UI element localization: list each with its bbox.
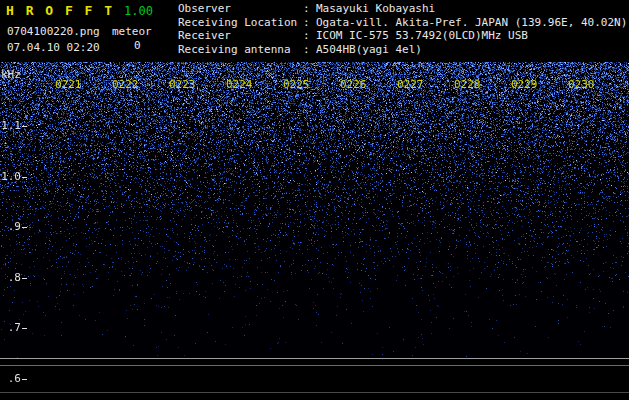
station-info-row: Observer:Masayuki Kobayashi [178, 2, 627, 16]
time-tick-label: 0229 [511, 78, 538, 91]
time-tick-label: 0226 [340, 78, 367, 91]
station-info-row: Receiving Location:Ogata-vill. Akita-Pre… [178, 16, 627, 30]
freq-tick-mark [22, 177, 27, 178]
meteor-counter-value: 0 [134, 39, 141, 52]
station-info-value: Ogata-vill. Akita-Pref. JAPAN (139.96E, … [316, 16, 627, 29]
signal-strip-line [0, 365, 629, 366]
station-info-value: Masayuki Kobayashi [316, 2, 435, 15]
time-tick-label: 0222 [112, 78, 139, 91]
station-info-row: Receiver:ICOM IC-575 53.7492(0LCD)MHz US… [178, 29, 627, 43]
freq-tick: .7 [0, 322, 27, 334]
station-info-label: Observer [178, 2, 303, 16]
freq-tick-label: .9 [8, 221, 21, 233]
time-tick-label: 0227 [397, 78, 424, 91]
time-tick-label: 0223 [169, 78, 196, 91]
freq-tick: .9 [0, 221, 27, 233]
freq-tick-mark [22, 126, 27, 127]
station-info-separator: : [303, 16, 316, 30]
freq-axis-unit: kHz [1, 68, 21, 81]
freq-tick: 1.0 [0, 171, 27, 183]
station-info-separator: : [303, 29, 316, 43]
time-tick-label: 0228 [454, 78, 481, 91]
freq-tick-label: .6 [8, 373, 21, 385]
spectrogram-canvas [0, 62, 629, 358]
station-info-separator: : [303, 2, 316, 16]
freq-tick-mark [22, 379, 27, 380]
signal-strip-line [0, 358, 629, 359]
time-tick-label: 0230 [568, 78, 595, 91]
signal-strip-line [0, 392, 629, 393]
freq-tick: .6 [0, 373, 27, 385]
time-tick-label: 0225 [283, 78, 310, 91]
station-info-label: Receiving antenna [178, 43, 303, 57]
freq-tick-mark [22, 328, 27, 329]
hrofft-screen: H R O F F T 1.00 0704100220.png meteor 0… [0, 0, 629, 400]
time-tick-label: 0221 [55, 78, 82, 91]
time-tick-label: 0224 [226, 78, 253, 91]
station-info-separator: : [303, 43, 316, 57]
timestamp: 07.04.10 02:20 [7, 41, 100, 54]
app-title: H R O F F T [6, 3, 114, 18]
station-info-label: Receiving Location [178, 16, 303, 30]
freq-tick-mark [22, 278, 27, 279]
freq-tick-label: 1.1 [1, 120, 21, 132]
freq-tick-label: .8 [8, 272, 21, 284]
meteor-counter-label: meteor [112, 25, 152, 38]
station-info-value: ICOM IC-575 53.7492(0LCD)MHz USB [316, 29, 528, 42]
freq-tick-label: 1.0 [1, 171, 21, 183]
filename: 0704100220.png [7, 25, 100, 38]
station-info: Observer:Masayuki KobayashiReceiving Loc… [178, 2, 627, 56]
station-info-label: Receiver [178, 29, 303, 43]
station-info-row: Receiving antenna:A504HB(yagi 4el) [178, 43, 627, 57]
freq-tick: 1.1 [0, 120, 27, 132]
app-version: 1.00 [124, 4, 153, 18]
freq-tick: .8 [0, 272, 27, 284]
freq-tick-mark [22, 227, 27, 228]
freq-tick-label: .7 [8, 322, 21, 334]
station-info-value: A504HB(yagi 4el) [316, 43, 422, 56]
